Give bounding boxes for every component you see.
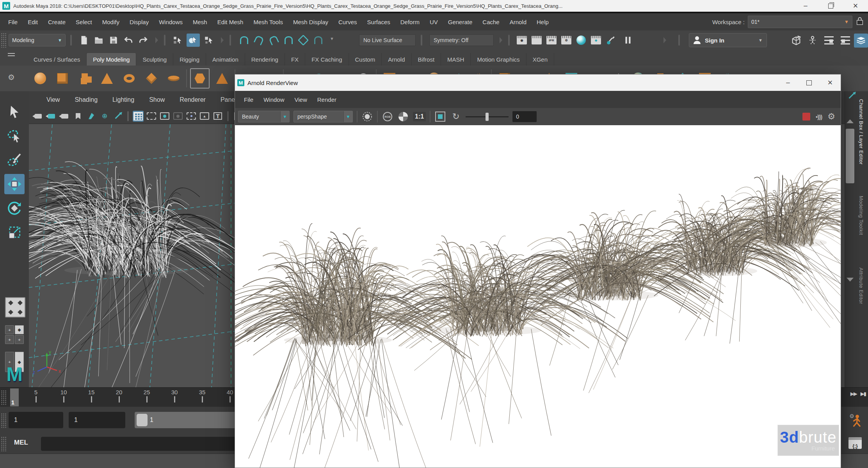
menu-generate[interactable]: Generate (443, 13, 478, 30)
menu-modify[interactable]: Modify (97, 13, 125, 30)
snap-point-button[interactable] (267, 34, 280, 47)
grease-pencil-icon[interactable] (112, 111, 123, 122)
shelf-button-poly-sphere[interactable] (30, 68, 50, 89)
snap-curve-button[interactable] (252, 34, 265, 47)
arnold-settings-icon[interactable]: ⚙ (827, 112, 835, 121)
fast-forward-button[interactable]: ▶▶ (850, 391, 857, 397)
rotate-tool-button[interactable] (4, 198, 25, 218)
open-scene-button[interactable] (92, 34, 105, 47)
shelf-button-poly-disc[interactable] (164, 68, 183, 89)
workspace-lock-icon[interactable] (856, 16, 864, 28)
background-toggle-button[interactable] (397, 111, 409, 122)
group-collapser[interactable] (663, 37, 666, 43)
rgb-channels-button[interactable]: RGB (382, 111, 393, 122)
shelf-tab-mash[interactable]: MASH (441, 53, 471, 66)
timeline-tick-15[interactable]: 15 (84, 388, 99, 402)
shelf-tab-fx[interactable]: FX (285, 53, 305, 66)
viewport-menu-renderer[interactable]: Renderer (172, 96, 213, 103)
viewport-menu-show[interactable]: Show (142, 96, 172, 103)
shelf-tab-fx-caching[interactable]: FX Caching (305, 53, 349, 66)
menu-surfaces[interactable]: Surfaces (362, 13, 395, 30)
shelf-button-poly-spike[interactable] (212, 68, 232, 89)
timeline-tick-20[interactable]: 20 (111, 388, 127, 402)
safe-title-toggle[interactable]: T (212, 111, 223, 122)
arnold-menu-render[interactable]: Render (312, 91, 342, 108)
animation-start-field[interactable]: 1 (9, 412, 63, 428)
camera-attributes-icon[interactable] (59, 111, 70, 122)
group-separator[interactable] (70, 35, 72, 46)
menu-edit-mesh[interactable]: Edit Mesh (212, 13, 249, 30)
statusline-grip[interactable] (1, 33, 6, 48)
command-language-toggle[interactable]: MEL (14, 439, 28, 447)
minimize-button[interactable]: – (793, 0, 818, 12)
lasso-tool-button[interactable] (4, 126, 25, 146)
timeline-tick-35[interactable]: 35 (194, 388, 210, 402)
shelf-tab-animation[interactable]: Animation (206, 53, 245, 66)
scroll-up-icon[interactable] (847, 119, 854, 123)
group-collapser[interactable] (155, 37, 158, 43)
tool-settings-toggle[interactable] (838, 34, 852, 48)
select-object-button[interactable] (187, 34, 200, 47)
snap-grid-button[interactable] (237, 34, 251, 47)
shelf-tab-xgen[interactable]: XGen (526, 53, 554, 66)
select-component-button[interactable] (202, 34, 215, 47)
shelf-gear-icon[interactable]: ⚙ (8, 73, 15, 82)
make-live-button[interactable] (311, 34, 325, 47)
viewport-menu-lighting[interactable]: Lighting (105, 96, 142, 103)
paint-select-tool-button[interactable] (4, 150, 25, 170)
snapshot-icon[interactable] (361, 111, 373, 122)
restore-button[interactable] (818, 0, 843, 12)
arnold-title-bar[interactable]: M Arnold RenderView – × (235, 74, 841, 91)
select-camera-icon[interactable] (33, 111, 44, 122)
shelf-tab-sculpting[interactable]: Sculpting (136, 53, 173, 66)
menu-select[interactable]: Select (71, 13, 97, 30)
script-editor-button[interactable]: {;} (848, 437, 862, 449)
menu-help[interactable]: Help (532, 13, 554, 30)
paint-effects-button[interactable] (604, 34, 617, 47)
commandline-grip[interactable] (1, 436, 6, 451)
film-gate-toggle[interactable] (146, 111, 157, 122)
menu-curves[interactable]: Curves (333, 13, 362, 30)
shelf-button-poly-cone[interactable] (97, 68, 117, 89)
snap-view-plane-button[interactable] (297, 34, 310, 47)
panel-tab-channel-box-layer-editor[interactable]: Channel Box / Layer Editor (858, 99, 864, 165)
render-canvas[interactable]: 3dbrute Furniture (235, 125, 841, 468)
timeline-tick-25[interactable]: 25 (139, 388, 155, 402)
viewport-menu-shading[interactable]: Shading (67, 96, 105, 103)
chevron-down-icon[interactable]: ▼ (330, 37, 334, 41)
animation-preferences-button[interactable]: ⚙ (848, 413, 863, 428)
zoom-one-to-one-button[interactable]: 1:1 (413, 112, 426, 121)
live-surface-field[interactable]: No Live Surface (359, 34, 416, 46)
hypershade-button[interactable] (575, 34, 588, 47)
menu-file[interactable]: File (3, 13, 23, 30)
move-tool-button[interactable] (4, 174, 25, 194)
arnold-close-button[interactable]: × (820, 74, 841, 91)
scroll-down-icon[interactable] (847, 278, 854, 282)
arnold-minimize-button[interactable]: – (777, 74, 799, 91)
shelf-tab-poly-modeling[interactable]: Poly Modeling (87, 53, 136, 66)
character-controls-toggle[interactable] (806, 34, 820, 48)
field-chart-toggle[interactable] (186, 111, 197, 122)
menu-cache[interactable]: Cache (477, 13, 504, 30)
shelf-tab-custom[interactable]: Custom (349, 53, 382, 66)
workspace-select[interactable]: 01* ▼ (748, 16, 852, 28)
menu-arnold[interactable]: Arnold (505, 13, 532, 30)
camera-selector[interactable]: perspShape ▼ (293, 111, 353, 122)
shelf-tab-motion-graphics[interactable]: Motion Graphics (471, 53, 526, 66)
range-grip[interactable] (1, 413, 6, 428)
pause-viewport-button[interactable] (621, 34, 635, 47)
ipr-render-button[interactable]: IPR (545, 34, 558, 47)
undo-button[interactable] (122, 34, 135, 47)
timeline-tick-10[interactable]: 10 (56, 388, 71, 402)
lock-camera-icon[interactable] (46, 111, 57, 122)
crop-region-button[interactable] (434, 111, 446, 122)
select-hierarchy-button[interactable] (171, 34, 184, 47)
render-notification-icon[interactable]: •))) (816, 113, 822, 120)
attribute-editor-toggle[interactable] (822, 34, 836, 48)
menu-mesh[interactable]: Mesh (188, 13, 212, 30)
playback-start-field[interactable]: 1 (69, 412, 125, 428)
two-d-pan-zoom-icon[interactable]: ⊕ (99, 111, 110, 122)
exposure-slider[interactable] (466, 111, 509, 122)
grid-toggle[interactable] (133, 111, 144, 122)
shelf-button-poly-torus[interactable] (119, 68, 139, 89)
